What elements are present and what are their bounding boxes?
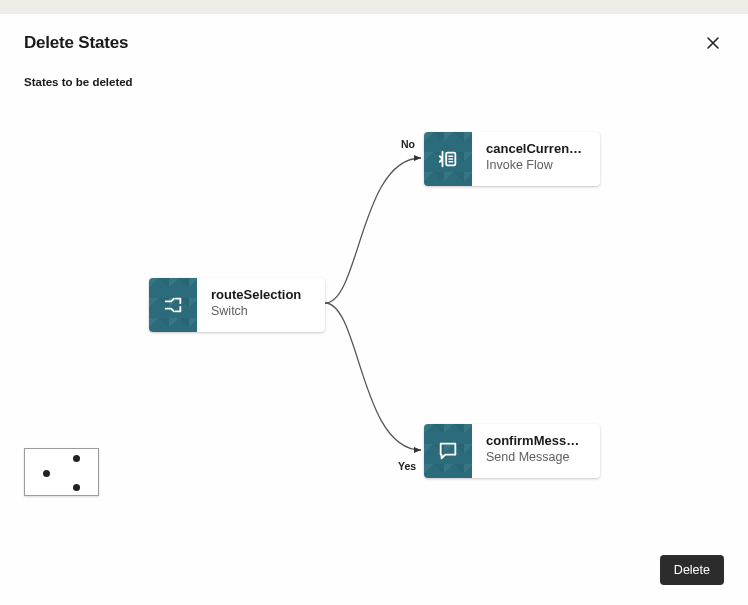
node-title: cancelCurrent… bbox=[486, 141, 586, 156]
node-type: Switch bbox=[211, 304, 301, 318]
edge-label-no: No bbox=[401, 138, 415, 150]
invoke-flow-icon bbox=[424, 132, 472, 186]
close-icon bbox=[706, 38, 720, 53]
minimap-dot bbox=[43, 470, 50, 477]
node-cancel-current[interactable]: cancelCurrent… Invoke Flow bbox=[424, 132, 600, 186]
switch-icon bbox=[149, 278, 197, 332]
delete-states-dialog: Delete States States to be deleted No Ye… bbox=[0, 14, 748, 605]
node-title: routeSelection bbox=[211, 287, 301, 302]
minimap-dot bbox=[73, 455, 80, 462]
minimap-dot bbox=[73, 484, 80, 491]
node-confirm-message[interactable]: confirmMessage Send Message bbox=[424, 424, 600, 478]
node-route-selection[interactable]: routeSelection Switch bbox=[149, 278, 325, 332]
edge-label-yes: Yes bbox=[398, 460, 416, 472]
send-message-icon bbox=[424, 424, 472, 478]
dialog-title: Delete States bbox=[24, 33, 128, 53]
subheader-label: States to be deleted bbox=[0, 54, 748, 88]
node-type: Invoke Flow bbox=[486, 158, 586, 172]
flow-connectors bbox=[0, 88, 748, 568]
node-title: confirmMessage bbox=[486, 433, 586, 448]
flow-canvas: No Yes routeSelection Switch bbox=[0, 88, 748, 568]
dialog-footer: Delete bbox=[660, 555, 724, 585]
node-type: Send Message bbox=[486, 450, 586, 464]
editor-background-strip bbox=[0, 0, 748, 14]
dialog-header: Delete States bbox=[0, 14, 748, 54]
minimap[interactable] bbox=[24, 448, 99, 496]
delete-button[interactable]: Delete bbox=[660, 555, 724, 585]
close-button[interactable] bbox=[702, 32, 724, 54]
